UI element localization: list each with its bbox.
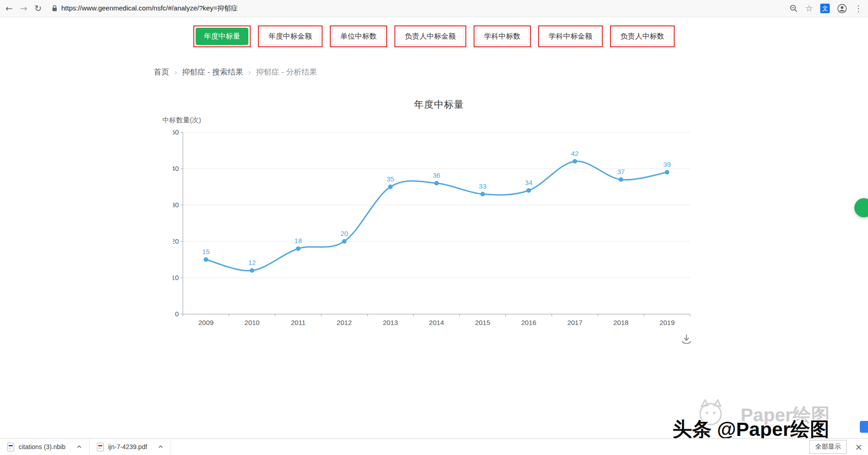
x-tick-label: 2010 [244,319,259,326]
url-text[interactable]: https://www.geenmedical.com/nsfc/#/analy… [61,4,238,13]
annotation-box: 单位中标数 [330,25,387,47]
x-tick-label: 2013 [383,319,398,326]
downloads-bar-right: 全部显示 × [809,439,868,455]
x-tick-label: 2012 [337,319,352,326]
y-tick-label: 0 [175,310,179,318]
data-point[interactable] [619,177,623,182]
data-label: 18 [294,237,302,245]
downloads-bar: citations (3).nbibijn-7-4239.pdf 全部显示 × [0,438,868,455]
browser-window: ← → ↻ https://www.geenmedical.com/nsfc/#… [0,0,868,455]
data-point[interactable] [296,246,300,251]
breadcrumb-item[interactable]: 抑郁症 - 搜索结果 [182,67,243,77]
annotation-box: 学科中标金额 [538,25,603,47]
data-label: 33 [479,182,487,190]
x-tick-label: 2019 [660,319,675,326]
data-label: 36 [433,171,440,179]
data-point[interactable] [665,170,669,175]
y-tick-label: 40 [173,165,179,172]
toolbar-right-icons: ☆ 文 ⋮ [789,4,863,14]
annotation-box: 负责人中标数 [610,25,675,47]
file-icon [7,443,14,451]
tabs-row: 年度中标量年度中标金额单位中标数负责人中标金额学科中标数学科中标金额负责人中标数 [0,25,868,47]
download-item[interactable]: citations (3).nbib [0,439,90,455]
close-downloads-icon[interactable]: × [855,442,863,451]
chevron-up-icon[interactable] [158,445,163,449]
data-label: 39 [663,160,671,168]
download-filename: ijn-7-4239.pdf [108,443,147,450]
data-label: 37 [617,168,625,175]
breadcrumb-item[interactable]: 抑郁症 - 分析结果 [256,67,317,77]
data-label: 12 [248,259,256,266]
data-point[interactable] [388,185,393,189]
y-tick-label: 50 [173,128,179,136]
y-axis-label: 中标数量(次) [162,116,201,125]
back-icon[interactable]: ← [5,4,13,13]
download-item[interactable]: ijn-7-4239.pdf [90,439,172,455]
analysis-tab[interactable]: 年度中标量 [196,28,248,45]
data-label: 20 [340,230,348,237]
annotation-box: 年度中标金额 [258,25,323,47]
x-tick-label: 2018 [613,319,628,326]
downloads-bar-items: citations (3).nbibijn-7-4239.pdf [0,439,171,455]
analysis-tab[interactable]: 负责人中标数 [612,28,672,45]
annotation-box: 负责人中标金额 [394,25,466,47]
chat-widget-icon[interactable] [860,421,868,433]
menu-kebab-icon[interactable]: ⋮ [854,5,863,13]
breadcrumb-separator-icon: › [174,68,177,76]
analysis-tab[interactable]: 年度中标金额 [260,28,320,45]
x-tick-label: 2011 [291,319,305,326]
data-point[interactable] [204,257,208,262]
browser-toolbar: ← → ↻ https://www.geenmedical.com/nsfc/#… [0,0,868,17]
data-point[interactable] [573,159,577,164]
x-tick-label: 2017 [567,319,582,326]
y-tick-label: 30 [173,201,179,209]
data-label: 15 [202,248,210,255]
refresh-icon[interactable]: ↻ [35,4,42,13]
data-label: 34 [525,179,533,186]
breadcrumb: 首页›抑郁症 - 搜索结果›抑郁症 - 分析结果 [154,67,317,77]
x-tick-label: 2015 [475,319,490,326]
download-filename: citations (3).nbib [19,443,66,450]
analysis-tab[interactable]: 学科中标金额 [540,28,601,45]
chevron-up-icon[interactable] [76,445,82,449]
file-icon [97,443,104,451]
chart-title: 年度中标量 [173,98,705,111]
address-bar[interactable]: https://www.geenmedical.com/nsfc/#/analy… [52,4,238,13]
forward-icon[interactable]: → [20,4,27,13]
zoom-icon[interactable] [789,4,798,13]
annotation-box: 学科中标数 [474,25,531,47]
data-point[interactable] [434,181,439,185]
save-image-icon[interactable] [680,332,693,346]
data-label: 35 [387,175,394,183]
data-label: 42 [571,150,579,157]
data-point[interactable] [250,268,254,273]
x-tick-label: 2016 [521,319,536,326]
bookmark-star-icon[interactable]: ☆ [805,4,813,13]
data-point[interactable] [342,239,347,244]
analysis-tab[interactable]: 负责人中标金额 [397,28,464,45]
profile-avatar-icon[interactable] [837,4,847,14]
line-chart: 0102030405020092010201120122013201420152… [173,126,705,331]
breadcrumb-separator-icon: › [248,68,251,76]
y-tick-label: 10 [173,274,179,281]
analysis-tab[interactable]: 单位中标数 [332,28,385,45]
x-tick-label: 2009 [198,319,213,326]
floating-badge[interactable] [854,198,868,217]
x-tick-label: 2014 [429,319,444,326]
data-point[interactable] [480,192,485,196]
lock-icon [52,5,57,12]
y-tick-label: 20 [173,237,179,245]
breadcrumb-item[interactable]: 首页 [154,67,169,77]
annotation-box: 年度中标量 [193,25,251,47]
analysis-tab[interactable]: 学科中标数 [476,28,529,45]
show-all-downloads-button[interactable]: 全部显示 [809,440,847,454]
translate-extension-icon[interactable]: 文 [820,4,830,13]
data-point[interactable] [526,188,531,193]
